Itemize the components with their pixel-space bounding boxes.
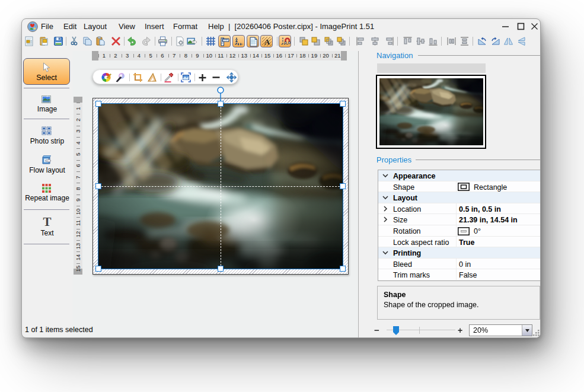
svg-text:A: A [264,37,270,46]
